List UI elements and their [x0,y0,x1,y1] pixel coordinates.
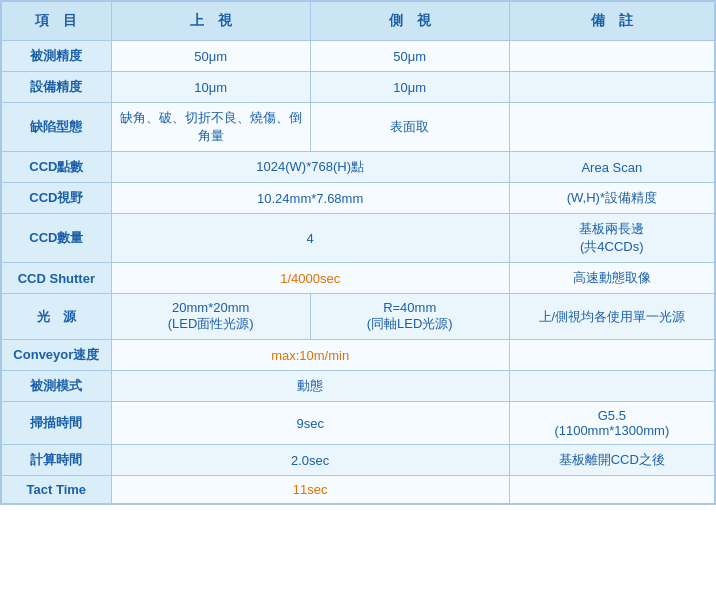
header-top: 上 視 [111,2,310,41]
row-top-value: 10μm [111,72,310,103]
row-item-label: CCD點數 [2,152,112,183]
table-row: CCD點數1024(W)*768(H)點Area Scan [2,152,715,183]
row-top-value: 4 [111,214,509,263]
table-row: 被測模式動態 [2,371,715,402]
main-table: 項 目 上 視 側 視 備 註 被測精度50μm50μm設備精度10μm10μm… [0,0,716,505]
table-row: 掃描時間9secG5.5 (1100mm*1300mm) [2,402,715,445]
table-row: 缺陷型態缺角、破、切折不良、燒傷、倒角量表面取 [2,103,715,152]
table-row: CCD Shutter1/4000sec高速動態取像 [2,263,715,294]
row-note-value [509,72,714,103]
row-note-value: 基板離開CCD之後 [509,445,714,476]
table-row: 設備精度10μm10μm [2,72,715,103]
row-item-label: 掃描時間 [2,402,112,445]
row-note-value: 基板兩長邊 (共4CCDs) [509,214,714,263]
row-side-value: 10μm [310,72,509,103]
row-note-value [509,340,714,371]
row-item-label: 被測精度 [2,41,112,72]
row-top-value: 2.0sec [111,445,509,476]
row-note-value: Area Scan [509,152,714,183]
row-note-value: 上/側視均各使用單一光源 [509,294,714,340]
row-item-label: 設備精度 [2,72,112,103]
table-row: Tact Time11sec [2,476,715,504]
row-note-value [509,476,714,504]
row-side-value: R=40mm (同軸LED光源) [310,294,509,340]
row-top-value: 9sec [111,402,509,445]
header-row: 項 目 上 視 側 視 備 註 [2,2,715,41]
row-item-label: CCD視野 [2,183,112,214]
row-item-label: Conveyor速度 [2,340,112,371]
row-item-label: Tact Time [2,476,112,504]
header-note: 備 註 [509,2,714,41]
row-top-value: 缺角、破、切折不良、燒傷、倒角量 [111,103,310,152]
table-row: Conveyor速度max:10m/min [2,340,715,371]
row-note-value: 高速動態取像 [509,263,714,294]
row-top-value: 動態 [111,371,509,402]
row-top-value: 10.24mm*7.68mm [111,183,509,214]
header-side: 側 視 [310,2,509,41]
table-row: 被測精度50μm50μm [2,41,715,72]
table-row: 光 源20mm*20mm (LED面性光源)R=40mm (同軸LED光源)上/… [2,294,715,340]
row-top-value: max:10m/min [111,340,509,371]
row-item-label: 缺陷型態 [2,103,112,152]
row-top-value: 20mm*20mm (LED面性光源) [111,294,310,340]
row-item-label: CCD數量 [2,214,112,263]
table-row: 計算時間2.0sec基板離開CCD之後 [2,445,715,476]
row-side-value: 表面取 [310,103,509,152]
row-top-value: 1/4000sec [111,263,509,294]
row-top-value: 11sec [111,476,509,504]
row-item-label: 被測模式 [2,371,112,402]
row-top-value: 1024(W)*768(H)點 [111,152,509,183]
table-row: CCD視野10.24mm*7.68mm(W,H)*設備精度 [2,183,715,214]
header-item: 項 目 [2,2,112,41]
row-top-value: 50μm [111,41,310,72]
row-note-value [509,103,714,152]
row-note-value: G5.5 (1100mm*1300mm) [509,402,714,445]
row-item-label: 計算時間 [2,445,112,476]
row-note-value [509,41,714,72]
row-note-value [509,371,714,402]
row-side-value: 50μm [310,41,509,72]
table-row: CCD數量4基板兩長邊 (共4CCDs) [2,214,715,263]
row-item-label: 光 源 [2,294,112,340]
row-note-value: (W,H)*設備精度 [509,183,714,214]
row-item-label: CCD Shutter [2,263,112,294]
